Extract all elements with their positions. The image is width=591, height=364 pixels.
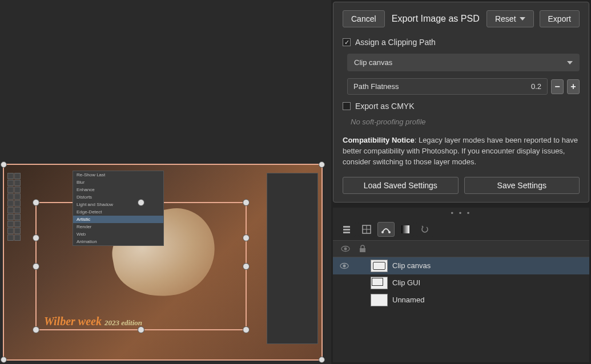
selection-handle[interactable] <box>138 326 144 333</box>
mode-paths[interactable] <box>377 222 395 237</box>
export-button[interactable]: Export <box>540 10 580 27</box>
path-row[interactable]: Clip GUI <box>333 274 589 292</box>
mini-side-panel <box>267 173 318 344</box>
cancel-button[interactable]: Cancel <box>343 10 385 27</box>
eye-icon <box>341 244 350 253</box>
flatness-increment[interactable]: + <box>567 79 580 94</box>
editor-canvas-pane: Re-Show LastBlurEnhance DistortsLight an… <box>0 0 331 364</box>
chevron-down-icon <box>567 61 573 64</box>
chevron-down-icon <box>520 17 525 21</box>
lock-icon <box>358 244 367 253</box>
svg-point-7 <box>388 231 391 233</box>
svg-rect-8 <box>401 225 409 233</box>
path-label: Clip canvas <box>392 261 431 270</box>
load-settings-button[interactable]: Load Saved Settings <box>343 177 459 194</box>
assign-clip-label: Assign a Clipping Path <box>355 38 436 47</box>
path-thumbnail <box>371 294 388 306</box>
outer-handle[interactable] <box>319 161 325 168</box>
selection-handle[interactable] <box>243 199 250 206</box>
path-thumbnail <box>371 277 388 289</box>
selection-handle[interactable] <box>33 263 39 270</box>
assign-clip-checkbox[interactable] <box>343 38 351 46</box>
canvas-image: Re-Show LastBlurEnhance DistortsLight an… <box>4 165 321 359</box>
selection-handle[interactable] <box>33 199 39 206</box>
path-label: Clip GUI <box>392 278 420 287</box>
outer-handle[interactable] <box>1 161 7 168</box>
paths-panel: • • • <box>333 208 589 362</box>
path-flatness-input[interactable]: Path Flatness 0.2 <box>347 78 548 95</box>
filters-menu: Re-Show LastBlurEnhance DistortsLight an… <box>73 171 164 246</box>
export-psd-dialog: Cancel Export Image as PSD Reset Export … <box>333 2 589 203</box>
svg-point-13 <box>343 264 346 267</box>
selection-handle[interactable] <box>243 326 250 333</box>
mode-gradient[interactable] <box>397 222 414 237</box>
channels-icon <box>361 224 372 234</box>
mode-undo[interactable] <box>416 222 433 237</box>
path-row[interactable]: Clip canvas <box>333 257 589 274</box>
selection-handle[interactable] <box>243 263 250 270</box>
undo-icon <box>420 224 430 234</box>
canvas-selection[interactable]: Re-Show LastBlurEnhance DistortsLight an… <box>3 164 323 361</box>
export-cmyk-checkbox[interactable] <box>343 102 351 110</box>
selection-handle[interactable] <box>33 326 39 333</box>
svg-point-10 <box>344 247 347 250</box>
clip-path-select[interactable]: Clip canvas <box>347 54 580 71</box>
clip-path-value: Clip canvas <box>354 58 392 67</box>
path-label: Unnamed <box>392 296 424 304</box>
selection-handle[interactable] <box>243 234 250 241</box>
flatness-decrement[interactable]: − <box>551 79 564 94</box>
paths-column-header <box>333 241 589 257</box>
export-cmyk-label: Export as CMYK <box>355 102 414 111</box>
path-flatness-value: 0.2 <box>531 82 541 91</box>
mini-toolbar <box>7 173 22 241</box>
eye-icon[interactable] <box>340 261 349 270</box>
gradient-icon <box>400 224 411 234</box>
selection-handle[interactable] <box>33 234 39 241</box>
paths-icon <box>381 224 391 234</box>
cmyk-hint: No soft-proofing profile <box>351 118 580 126</box>
path-row[interactable]: Unnamed <box>333 292 589 309</box>
layers-icon <box>342 224 352 234</box>
mode-layers[interactable] <box>339 222 356 237</box>
right-panels: Cancel Export Image as PSD Reset Export … <box>331 0 591 364</box>
canvas-caption: Wilber week 2023 edition <box>44 315 142 328</box>
path-thumbnail <box>371 260 388 272</box>
compatibility-notice: Compatibility Notice: Legacy layer modes… <box>343 135 580 168</box>
reset-button[interactable]: Reset <box>487 10 534 27</box>
svg-rect-1 <box>343 229 350 230</box>
svg-point-6 <box>381 231 384 233</box>
selection-handle[interactable] <box>138 199 144 206</box>
panel-drag-handle[interactable]: • • • <box>333 208 589 219</box>
outer-handle[interactable] <box>1 357 7 363</box>
outer-handle[interactable] <box>319 357 325 363</box>
mode-channels[interactable] <box>358 222 375 237</box>
path-flatness-label: Path Flatness <box>353 82 399 91</box>
dialog-title: Export Image as PSD <box>391 14 481 24</box>
svg-rect-11 <box>360 248 365 252</box>
paths-mode-bar <box>333 219 589 241</box>
svg-rect-0 <box>343 226 350 228</box>
svg-rect-2 <box>343 232 350 233</box>
save-settings-button[interactable]: Save Settings <box>464 177 580 194</box>
